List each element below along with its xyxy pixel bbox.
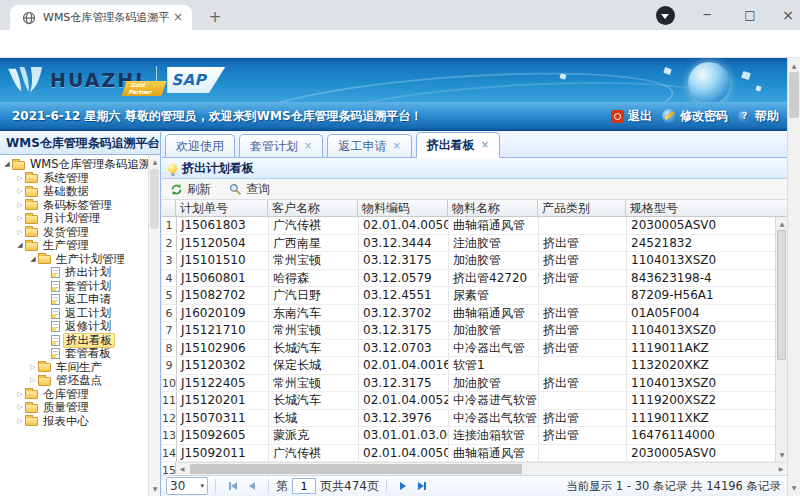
tree-node-系统管理[interactable]: ▷系统管理 <box>0 172 148 186</box>
header-link-help[interactable]: 帮助 <box>738 108 779 125</box>
page-number-input[interactable] <box>292 478 316 494</box>
tab-欢迎使用[interactable]: 欢迎使用 <box>165 134 235 157</box>
table-row[interactable]: 7J15121710常州宝顿03.12.3175加油胶管挤出管1104013XS… <box>162 322 775 340</box>
header-link-logout[interactable]: 退出 <box>611 108 652 125</box>
tree-collapsed-icon[interactable]: ▷ <box>15 226 25 240</box>
tree-node-条码标签管理[interactable]: ▷条码标签管理 <box>0 199 148 213</box>
tree-node-套管看板[interactable]: 套管看板 <box>0 347 148 361</box>
table-row[interactable]: 5J15082702广汽日野03.12.4551尿素管87209-H56A1 <box>162 287 775 305</box>
tree-node-WMS仓库管理条码追溯系统[interactable]: ◢WMS仓库管理条码追溯系统 <box>0 158 148 172</box>
tab-close-icon[interactable]: × <box>392 141 400 151</box>
folder-icon <box>25 404 38 413</box>
tree-expanded-icon[interactable]: ◢ <box>2 158 12 172</box>
column-header[interactable]: 物料名称 <box>448 200 538 216</box>
scroll-left-icon[interactable]: ◀ <box>176 463 188 475</box>
tree-node-返工计划[interactable]: 返工计划 <box>0 307 148 321</box>
tree-node-车间生产[interactable]: ▷车间生产 <box>0 361 148 375</box>
scroll-up-icon[interactable]: ▲ <box>788 60 800 72</box>
table-row[interactable]: 12J15070311长城03.12.3976中冷器出气软管挤出管1119011… <box>162 410 775 428</box>
tab-close-icon[interactable]: × <box>304 141 312 151</box>
first-page-button[interactable] <box>229 482 237 490</box>
tree-collapsed-icon[interactable]: ▷ <box>15 388 25 402</box>
scroll-up-icon[interactable]: ▲ <box>776 218 788 230</box>
window-close-button[interactable]: × <box>776 4 800 28</box>
grid-horizontal-scrollbar[interactable]: ◀ ▶ <box>176 462 787 475</box>
tree-node-生产管理[interactable]: ◢生产管理 <box>0 239 148 253</box>
tree-node-仓库管理[interactable]: ▷仓库管理 <box>0 388 148 402</box>
column-header[interactable]: 产品类别 <box>538 200 626 216</box>
next-page-button[interactable] <box>400 482 406 490</box>
window-maximize-button[interactable]: □ <box>738 4 762 28</box>
scrollbar-thumb[interactable] <box>150 169 159 229</box>
tree-node-返工申请[interactable]: 返工申请 <box>0 293 148 307</box>
column-header[interactable]: 客户名称 <box>268 200 358 216</box>
tree-collapsed-icon[interactable]: ▷ <box>15 172 25 186</box>
scroll-right-icon[interactable]: ▶ <box>775 463 787 475</box>
tree-node-挤出计划[interactable]: 挤出计划 <box>0 266 148 280</box>
table-row[interactable]: 1J15061803广汽传祺02.01.04.00504曲轴箱通风管203000… <box>162 217 775 235</box>
tree-node-基础数据[interactable]: ▷基础数据 <box>0 185 148 199</box>
scroll-down-icon[interactable]: ▼ <box>788 482 800 494</box>
search-button[interactable]: 查询 <box>229 181 270 198</box>
tree-scrollbar[interactable]: ▲ ▼ <box>148 155 160 496</box>
table-row[interactable]: 13J15092605蒙派克03.01.01.03.00152连接油箱软管挤出管… <box>162 427 775 445</box>
column-header[interactable]: 物料编码 <box>358 200 448 216</box>
sidebar-collapse-icon[interactable]: « <box>146 132 154 154</box>
scroll-down-icon[interactable]: ▼ <box>776 449 788 461</box>
tree-node-管坯盘点[interactable]: ▷管坯盘点 <box>0 374 148 388</box>
scrollbar-thumb[interactable] <box>789 72 799 118</box>
table-row[interactable]: 9J15120302保定长城02.01.04.00169软管11132020XK… <box>162 357 775 375</box>
cell-产品类别 <box>539 287 627 304</box>
tree-node-质量管理[interactable]: ▷质量管理 <box>0 401 148 415</box>
tree-node-报表中心[interactable]: ▷报表中心 <box>0 415 148 429</box>
tab-套管计划[interactable]: 套管计划× <box>239 134 323 157</box>
refresh-button[interactable]: 刷新 <box>170 181 211 198</box>
scroll-down-icon[interactable]: ▼ <box>149 483 161 495</box>
browser-tab[interactable]: WMS仓库管理条码追溯平台 × <box>10 5 192 30</box>
tab-挤出看板[interactable]: 挤出看板× <box>416 132 500 158</box>
tree-collapsed-icon[interactable]: ▷ <box>15 415 25 429</box>
tree-node-生产计划管理[interactable]: ◢生产计划管理 <box>0 253 148 267</box>
table-row[interactable]: 11J15120201长城汽车02.01.04.00526中冷器进气软管1111… <box>162 392 775 410</box>
tree-node-挤出看板[interactable]: 挤出看板 <box>0 334 148 348</box>
table-row[interactable]: 6J16020109东南汽车03.12.3702曲轴箱通风管挤出管01A05F0… <box>162 305 775 323</box>
tree-node-发货管理[interactable]: ▷发货管理 <box>0 226 148 240</box>
table-row[interactable]: 3J15101510常州宝顿03.12.3175加油胶管挤出管1104013XS… <box>162 252 775 270</box>
table-row[interactable]: 4J15060801哈得森03.12.0579挤出管42720挤出管843623… <box>162 270 775 288</box>
scrollbar-thumb[interactable] <box>777 230 786 360</box>
new-tab-button[interactable]: + <box>204 7 226 29</box>
grid-vertical-scrollbar[interactable]: ▲ ▼ <box>775 217 787 462</box>
download-indicator-icon[interactable] <box>656 6 675 25</box>
frame-scrollbar[interactable]: ▲ ▼ <box>787 58 800 496</box>
column-header[interactable]: 计划单号 <box>176 200 268 216</box>
table-row[interactable]: 8J15102906长城汽车03.12.0703中冷器出气管挤出管1119011… <box>162 340 775 358</box>
table-row[interactable]: 2J15120504广西南星03.12.3444注油胶管挤出管24521832 <box>162 235 775 253</box>
tree-collapsed-icon[interactable]: ▷ <box>15 199 25 213</box>
tree-node-返修计划[interactable]: 返修计划 <box>0 320 148 334</box>
cell-物料编码: 02.01.04.00169 <box>359 357 449 374</box>
tree-collapsed-icon[interactable]: ▷ <box>15 185 25 199</box>
header-link-edit-password[interactable]: 修改密码 <box>662 108 728 125</box>
tree-expanded-icon[interactable]: ◢ <box>15 239 25 253</box>
tree-collapsed-icon[interactable]: ▷ <box>15 401 25 415</box>
tab-返工申请[interactable]: 返工申请× <box>327 134 411 157</box>
tree-expanded-icon[interactable]: ◢ <box>28 253 38 267</box>
page-size-select[interactable]: 30▾ <box>166 477 208 495</box>
tree-collapsed-icon[interactable]: ▷ <box>28 361 38 375</box>
tree-node-月计划管理[interactable]: ▷月计划管理 <box>0 212 148 226</box>
pager-separator <box>386 479 387 493</box>
window-minimize-button[interactable]: ─ <box>695 4 719 28</box>
last-page-button[interactable] <box>418 482 426 490</box>
table-row[interactable]: 10J15122405常州宝顿03.12.3175加油胶管挤出管1104013X… <box>162 375 775 393</box>
table-row[interactable]: 14J15092011广汽传祺02.01.04.00504曲轴箱通风管20300… <box>162 445 775 463</box>
tab-close-icon[interactable]: × <box>170 10 186 26</box>
tree-collapsed-icon[interactable]: ▷ <box>15 212 25 226</box>
scrollbar-thumb[interactable] <box>190 464 522 474</box>
scroll-up-icon[interactable]: ▲ <box>149 156 161 168</box>
prev-page-button[interactable] <box>249 482 255 490</box>
tab-close-icon[interactable]: × <box>481 140 489 150</box>
tree-node-套管计划[interactable]: 套管计划 <box>0 280 148 294</box>
column-header[interactable]: 规格型号 <box>626 200 787 216</box>
tree-collapsed-icon[interactable]: ▷ <box>28 374 38 388</box>
cell-客户名称: 长城 <box>269 410 359 427</box>
